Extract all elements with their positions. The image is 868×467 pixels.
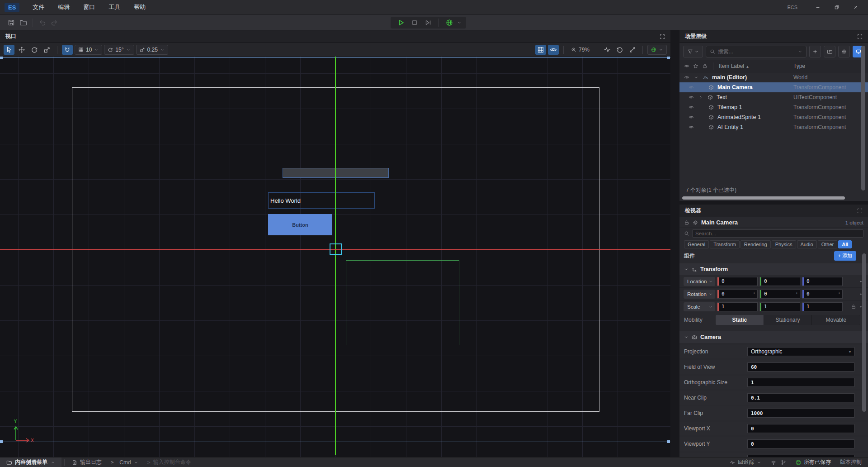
location-x-input[interactable]: 0 <box>717 277 758 286</box>
step-button[interactable] <box>422 17 434 28</box>
expand-icon[interactable] <box>857 34 863 39</box>
tab-general[interactable]: General <box>684 240 709 248</box>
text-object[interactable]: Hello World <box>268 192 375 209</box>
bounds-handle[interactable] <box>0 57 3 59</box>
add-component-button[interactable]: + 添加 <box>834 251 856 261</box>
rotation-snap-dropdown[interactable]: 15° <box>104 45 134 55</box>
rotate-tool-button[interactable] <box>29 45 40 55</box>
rotation-y-input[interactable]: 0° <box>760 290 800 299</box>
star-column-icon[interactable] <box>693 63 698 69</box>
viewport-x-input[interactable]: 0 <box>747 424 854 433</box>
console-command-input[interactable]: > 输入控制台命令 <box>143 458 196 466</box>
visibility-icon[interactable] <box>684 75 689 80</box>
field-of-view-input[interactable]: 60 <box>747 362 854 372</box>
orthographic-size-input[interactable]: 1 <box>747 378 854 387</box>
hierarchy-row-main[interactable]: main (Editor) World <box>679 72 868 82</box>
gear-icon[interactable] <box>693 220 698 225</box>
visibility-button[interactable] <box>548 45 559 55</box>
source-control-branch-icon[interactable] <box>781 460 791 465</box>
panel-splitter[interactable] <box>679 201 868 205</box>
visibility-icon[interactable] <box>689 85 694 90</box>
hierarchy-row-ai-entity[interactable]: AI Entity 1 TransformComponent <box>679 122 868 132</box>
bounds-handle[interactable] <box>667 57 670 59</box>
chevron-right-icon[interactable] <box>698 95 703 100</box>
location-y-input[interactable]: 0 <box>760 277 800 286</box>
lock-column-icon[interactable] <box>702 63 708 69</box>
scale-y-input[interactable]: 1 <box>760 302 800 311</box>
scale-mode-dropdown[interactable]: Scale <box>684 302 715 311</box>
maximize-button[interactable] <box>829 1 844 13</box>
menu-edit[interactable]: 编辑 <box>51 1 76 13</box>
minimize-button[interactable] <box>810 1 826 13</box>
hierarchy-row-main-camera[interactable]: Main Camera TransformComponent <box>679 82 868 92</box>
reset-view-button[interactable] <box>614 45 625 55</box>
trace-dropdown[interactable]: 回追踪 <box>725 458 766 466</box>
viewport-y-input[interactable]: 0 <box>747 439 854 448</box>
near-clip-input[interactable]: 0.1 <box>747 393 854 402</box>
scene-canvas[interactable]: Hello World Button Y X <box>0 57 670 457</box>
save-button[interactable] <box>5 17 17 28</box>
grid-snap-dropdown[interactable]: 10 <box>75 45 102 55</box>
world-dropdown[interactable] <box>647 45 667 55</box>
menu-file[interactable]: 文件 <box>26 1 51 13</box>
camera-pivot-gizmo[interactable] <box>330 243 342 255</box>
undo-button[interactable] <box>37 17 48 28</box>
version-control-button[interactable]: 版本控制 <box>835 458 868 466</box>
rotation-x-input[interactable]: 0° <box>717 290 758 299</box>
chevron-down-icon[interactable] <box>457 20 462 25</box>
mobility-static-button[interactable]: Static <box>716 315 764 325</box>
expand-icon[interactable] <box>660 34 665 39</box>
visibility-icon[interactable] <box>689 95 694 100</box>
rotation-z-input[interactable]: 0° <box>802 290 843 299</box>
content-drawer-button[interactable]: 内容侧滑菜单 <box>0 457 61 467</box>
menu-tools[interactable]: 工具 <box>102 1 127 13</box>
tab-transform[interactable]: Transform <box>710 240 740 248</box>
menu-help[interactable]: 帮助 <box>127 1 152 13</box>
column-item-label[interactable]: Item Label ▲ <box>719 63 749 69</box>
visibility-icon[interactable] <box>689 114 694 120</box>
far-clip-input[interactable]: 1000 <box>747 409 854 418</box>
select-tool-button[interactable] <box>4 45 14 55</box>
show-grid-button[interactable] <box>535 45 546 55</box>
menu-window[interactable]: 窗口 <box>76 1 102 13</box>
horizontal-scrollbar[interactable] <box>679 195 868 201</box>
camera-section-header[interactable]: Camera <box>679 331 868 343</box>
scale-z-input[interactable]: 1 <box>802 302 843 311</box>
open-button[interactable] <box>17 17 29 28</box>
tab-all[interactable]: All <box>838 240 852 248</box>
visibility-icon[interactable] <box>689 124 694 130</box>
vertical-scrollbar[interactable] <box>861 46 865 191</box>
uniform-scale-lock-icon[interactable] <box>851 304 856 310</box>
save-status[interactable]: 所有已保存 <box>791 458 835 466</box>
output-log-button[interactable]: 输出日志 <box>67 458 106 466</box>
lock-open-icon[interactable] <box>684 220 689 225</box>
add-entity-button[interactable] <box>809 46 821 57</box>
fit-view-button[interactable] <box>627 45 638 55</box>
scale-tool-button[interactable] <box>42 45 52 55</box>
column-type[interactable]: Type <box>793 63 805 69</box>
tab-rendering[interactable]: Rendering <box>741 240 771 248</box>
hierarchy-search-input[interactable] <box>718 48 795 55</box>
hierarchy-search[interactable] <box>706 46 807 57</box>
filter-button[interactable] <box>683 46 703 57</box>
hierarchy-row-text[interactable]: Text UITextComponent <box>679 92 868 102</box>
tab-other[interactable]: Other <box>818 240 838 248</box>
vertical-scrollbar[interactable] <box>862 253 866 412</box>
location-mode-dropdown[interactable]: Location <box>684 277 715 286</box>
tab-audio[interactable]: Audio <box>797 240 817 248</box>
add-folder-button[interactable] <box>824 46 835 57</box>
stop-button[interactable] <box>409 17 420 28</box>
snap-toggle-button[interactable] <box>62 45 73 55</box>
eye-column-icon[interactable] <box>684 63 689 69</box>
tab-physics[interactable]: Physics <box>772 240 796 248</box>
rotation-mode-dropdown[interactable]: Rotation <box>684 290 715 299</box>
scale-snap-dropdown[interactable]: 0.25 <box>136 45 168 55</box>
transform-section-header[interactable]: Transform <box>679 263 868 275</box>
network-status-icon[interactable] <box>766 460 781 465</box>
inspector-search-input[interactable] <box>695 231 860 236</box>
hierarchy-row-animatedsprite[interactable]: AnimatedSprite 1 TransformComponent <box>679 112 868 122</box>
ai-entity-bounds[interactable] <box>346 260 459 345</box>
network-globe-button[interactable] <box>443 17 455 28</box>
mobility-movable-button[interactable]: Movable <box>812 315 860 325</box>
projection-dropdown[interactable]: Orthographic ▾ <box>747 347 854 356</box>
